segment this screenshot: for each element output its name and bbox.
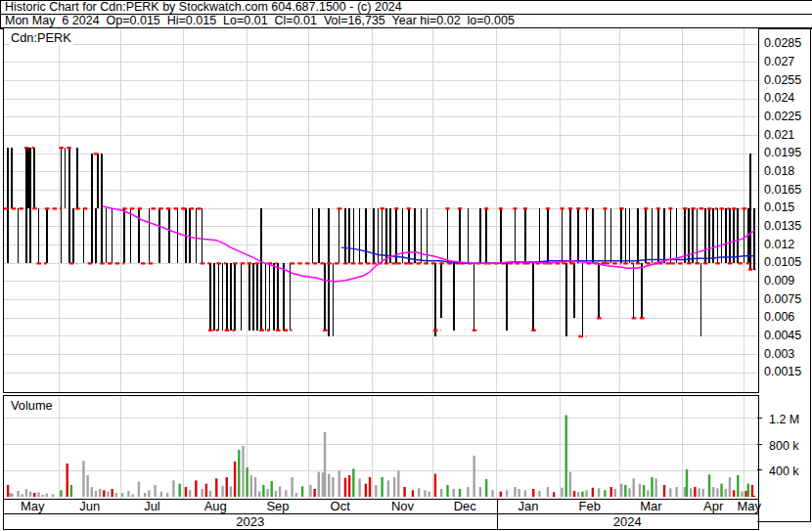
volume-bar bbox=[154, 485, 156, 497]
month-label: Nov bbox=[391, 499, 414, 514]
volume-bar bbox=[624, 485, 626, 497]
price-axis-label: 0.0075 bbox=[764, 292, 809, 307]
volume-bar bbox=[684, 487, 686, 497]
volume-bar bbox=[29, 492, 31, 497]
volume-bar bbox=[352, 468, 354, 497]
price-axis-label: 0.015 bbox=[764, 200, 809, 215]
volume-bar bbox=[358, 478, 360, 497]
month-label: Mar bbox=[640, 499, 661, 514]
symbol-label: Cdn:PERK bbox=[9, 30, 73, 45]
volume-bar bbox=[230, 486, 232, 497]
volume-bar bbox=[209, 491, 211, 497]
price-axis-label: 0.0225 bbox=[764, 110, 809, 124]
volume-bar bbox=[747, 484, 749, 497]
month-label: Jan bbox=[519, 499, 539, 514]
volume-bar bbox=[532, 489, 534, 497]
volume-bar bbox=[753, 496, 755, 497]
volume-bar bbox=[9, 493, 11, 497]
volume-bar bbox=[91, 487, 93, 497]
volume-bar bbox=[275, 491, 277, 497]
volume-bar bbox=[690, 488, 692, 497]
volume-bar bbox=[127, 491, 129, 497]
volume-bar bbox=[565, 416, 567, 497]
volume-bar bbox=[694, 487, 696, 497]
volume-bar bbox=[375, 485, 377, 497]
price-axis-label: 0.0165 bbox=[764, 183, 809, 198]
volume-bar bbox=[172, 480, 174, 497]
volume-bar bbox=[82, 461, 84, 497]
volume-bar bbox=[573, 491, 575, 497]
volume-chart-svg bbox=[4, 396, 758, 499]
volume-bar bbox=[702, 489, 704, 497]
volume-bar bbox=[585, 490, 587, 497]
volume-bar bbox=[291, 477, 293, 497]
volume-bar bbox=[412, 490, 414, 497]
price-axis-label: 0.0045 bbox=[764, 329, 809, 343]
month-axis-row: MayJunJulAugSepOctNovDecJanFebMarAprMay bbox=[3, 499, 759, 514]
year-boundary-divider bbox=[497, 499, 498, 513]
volume-bar bbox=[46, 494, 48, 497]
volume-bar bbox=[246, 467, 248, 497]
volume-bar bbox=[446, 485, 448, 497]
ma-line-magenta bbox=[102, 206, 754, 282]
volume-bar bbox=[744, 491, 746, 497]
stock-chart-page: Historic Chart for Cdn:PERK by Stockwatc… bbox=[0, 0, 812, 531]
volume-bar bbox=[651, 477, 653, 497]
volume-bar bbox=[628, 488, 630, 497]
volume-bar bbox=[729, 477, 731, 497]
volume-bar bbox=[716, 488, 718, 497]
volume-bar bbox=[11, 494, 13, 497]
volume-bar bbox=[654, 478, 656, 497]
month-label: May bbox=[737, 499, 761, 514]
volume-bar bbox=[467, 487, 469, 497]
price-chart-svg bbox=[4, 28, 758, 392]
month-label: Dec bbox=[454, 499, 476, 514]
volume-bar bbox=[393, 477, 395, 497]
month-label: Jul bbox=[144, 499, 160, 514]
volume-bar bbox=[338, 470, 339, 497]
volume-bar bbox=[538, 491, 540, 497]
volume-bar bbox=[131, 494, 133, 497]
volume-bar bbox=[434, 474, 436, 497]
volume-bar bbox=[524, 490, 526, 497]
volume-bar bbox=[148, 490, 150, 497]
volume-bar bbox=[95, 491, 97, 497]
volume-bar bbox=[328, 474, 330, 497]
volume-bar bbox=[205, 484, 207, 497]
price-axis-label: 0.0015 bbox=[764, 365, 809, 379]
volume-bar bbox=[639, 484, 641, 497]
year-axis-row: 20232024 bbox=[3, 514, 759, 530]
price-axis-label: 0.009 bbox=[764, 274, 809, 288]
volume-bar bbox=[318, 472, 320, 497]
volume-bar bbox=[17, 491, 19, 497]
volume-bar bbox=[581, 492, 583, 497]
volume-bar bbox=[7, 485, 9, 497]
volume-bar bbox=[514, 487, 516, 497]
volume-bar bbox=[643, 485, 645, 497]
month-label: Jun bbox=[79, 499, 100, 514]
volume-bar bbox=[266, 489, 268, 497]
volume-bar bbox=[561, 488, 563, 497]
volume-bar bbox=[226, 477, 228, 497]
volume-bar bbox=[403, 487, 405, 497]
volume-bar bbox=[737, 475, 739, 497]
volume-bar bbox=[473, 456, 474, 497]
price-axis-label: 0.0135 bbox=[764, 219, 809, 234]
volume-bar bbox=[60, 490, 62, 497]
volume-bar bbox=[178, 484, 180, 497]
volume-bar bbox=[195, 480, 197, 497]
volume-bar bbox=[41, 495, 43, 497]
volume-bar bbox=[70, 485, 72, 497]
month-label: Aug bbox=[204, 499, 227, 514]
volume-bar bbox=[369, 477, 371, 497]
quote-line: Mon May 6 2024 Op=0.015 Hi=0.015 Lo=0.01… bbox=[1, 15, 812, 29]
volume-bar bbox=[324, 432, 326, 497]
volume-bar bbox=[592, 488, 594, 497]
volume-bar bbox=[322, 472, 324, 497]
volume-bar bbox=[418, 488, 420, 497]
volume-bar bbox=[741, 492, 743, 497]
volume-bar bbox=[632, 478, 634, 497]
volume-bar bbox=[254, 477, 256, 497]
price-panel: Cdn:PERK bbox=[3, 28, 759, 393]
year-label: 2024 bbox=[613, 514, 642, 529]
